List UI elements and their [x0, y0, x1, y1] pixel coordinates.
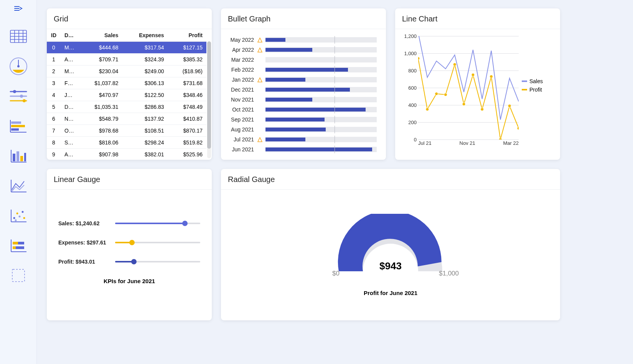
warning-icon	[257, 137, 262, 142]
bullet-row: Jul 2021	[228, 136, 377, 143]
nav-grid[interactable]	[8, 26, 29, 47]
nav-vbar[interactable]	[8, 145, 29, 167]
svg-point-55	[462, 103, 465, 106]
table-row[interactable]: 5D…$1,035.31$286.83$748.49	[47, 101, 206, 113]
linear-gauge-label: Sales: $1,240.62	[58, 220, 108, 226]
linear-gauge-label: Profit: $943.01	[58, 259, 108, 265]
nav-gauge[interactable]	[8, 56, 29, 77]
grid-scrollbar-thumb[interactable]	[207, 41, 211, 149]
table-row[interactable]: 7O…$978.68$108.51$870.17	[47, 125, 206, 137]
bullet-label: Jun 2021	[228, 146, 254, 152]
svg-point-17	[23, 99, 26, 102]
card-bullet-title: Bullet Graph	[221, 8, 386, 29]
nav-scatter[interactable]	[8, 205, 29, 226]
sidebar	[0, 0, 37, 364]
bullet-label: Oct 2021	[228, 107, 254, 113]
svg-marker-49	[258, 138, 262, 142]
svg-point-50	[418, 57, 420, 60]
svg-point-35	[18, 216, 20, 218]
table-row[interactable]: 2M…$230.04$249.00($18.96)	[47, 66, 206, 77]
col-date[interactable]: D…	[61, 29, 78, 42]
svg-rect-27	[20, 156, 23, 161]
linear-gauge-track[interactable]	[115, 223, 200, 224]
bullet-row: Feb 2022	[228, 67, 377, 73]
bullet-row: Apr 2022	[228, 47, 377, 53]
card-grid-title: Grid	[47, 8, 212, 29]
svg-rect-41	[13, 242, 18, 244]
svg-point-34	[16, 213, 18, 215]
table-row[interactable]: 3F…$1,037.82$306.13$731.68	[47, 77, 206, 89]
linear-gauge-row: Sales: $1,240.62	[58, 220, 200, 226]
table-row[interactable]: 4Ja…$470.97$122.50$348.46	[47, 89, 206, 101]
nav-sliders[interactable]	[8, 85, 29, 107]
svg-point-53	[444, 93, 447, 96]
bullet-label: Mar 2022	[228, 57, 254, 63]
linear-gauge-caption: KPIs for June 2021	[58, 278, 200, 284]
svg-rect-20	[11, 121, 21, 124]
card-line: Line Chart 02004006008001,0001,200 Jul 2…	[395, 8, 560, 160]
bullet-row: Dec 2021	[228, 87, 377, 93]
card-bullet: Bullet Graph May 2022 Apr 2022 Mar 2022 …	[221, 8, 386, 160]
svg-point-33	[13, 217, 15, 219]
svg-rect-42	[18, 242, 24, 244]
bullet-label: May 2022	[228, 37, 254, 43]
bullet-track	[265, 97, 377, 102]
svg-point-57	[481, 108, 484, 111]
bullet-label: Dec 2021	[228, 87, 254, 93]
col-profit[interactable]: Profit	[168, 29, 207, 42]
bullet-label: Jan 2022	[228, 77, 254, 83]
bullet-row: Jan 2022	[228, 77, 377, 83]
svg-rect-28	[24, 153, 26, 161]
table-row[interactable]: 0M…$444.68$317.54$127.15	[47, 42, 206, 54]
table-row[interactable]: 1A…$709.71$324.39$385.32	[47, 54, 206, 66]
linear-gauge-track[interactable]	[115, 242, 200, 243]
col-id[interactable]: ID	[47, 29, 61, 42]
warning-icon	[257, 77, 262, 82]
radial-value: $943	[333, 260, 448, 272]
svg-rect-25	[13, 154, 15, 161]
table-row[interactable]: 8S…$818.06$298.24$519.82	[47, 137, 206, 149]
col-expenses[interactable]: Expenses	[122, 29, 168, 42]
bullet-track	[265, 127, 377, 132]
svg-marker-47	[258, 48, 262, 52]
bullet-label: Jul 2021	[228, 136, 254, 143]
data-grid[interactable]: ID D… Sales Expenses Profit 0M…$444.68$3…	[47, 29, 206, 160]
nav-line[interactable]	[8, 175, 29, 197]
card-radial-gauge: Radial Gauge $0 $1,000 $943 Profit for J…	[221, 169, 560, 320]
card-linear-title: Linear Gauge	[47, 169, 212, 190]
linear-gauge-row: Expenses: $297.61	[58, 239, 200, 246]
collapse-icon[interactable]	[14, 5, 23, 13]
table-row[interactable]: 6N…$548.79$137.92$410.87	[47, 113, 206, 125]
nav-stacked[interactable]	[8, 235, 29, 256]
card-radial-title: Radial Gauge	[221, 169, 560, 190]
svg-rect-43	[13, 246, 16, 249]
svg-marker-46	[258, 38, 262, 42]
nav-placeholder[interactable]	[8, 265, 29, 286]
svg-rect-21	[11, 125, 25, 127]
radial-caption: Profit for June 2021	[364, 290, 417, 296]
svg-point-60	[508, 104, 511, 107]
card-grid: Grid ID D… Sales Expenses Profit 0M…$444…	[47, 8, 212, 160]
bullet-track	[265, 87, 377, 92]
bullet-track	[265, 57, 377, 62]
grid-scrollbar-track[interactable]	[207, 41, 211, 158]
linear-gauge-track[interactable]	[115, 261, 200, 262]
svg-rect-22	[11, 128, 19, 131]
svg-point-37	[23, 217, 25, 219]
line-chart-legend: Sales Profit	[522, 78, 543, 155]
bullet-label: Sep 2021	[228, 116, 254, 123]
bullet-track	[265, 67, 377, 72]
svg-point-11	[17, 65, 20, 67]
bullet-track	[265, 137, 377, 142]
bullet-row: Mar 2022	[228, 57, 377, 63]
bullet-track	[265, 107, 377, 112]
bullet-label: Apr 2022	[228, 47, 254, 53]
col-sales[interactable]: Sales	[78, 29, 122, 42]
svg-point-15	[20, 95, 23, 98]
nav-hbar[interactable]	[8, 115, 29, 137]
table-row[interactable]: 9A…$907.98$382.01$525.96	[47, 149, 206, 160]
bullet-label: Nov 2021	[228, 97, 254, 103]
line-chart-plot: 02004006008001,0001,200 Jul 21Nov 21Mar …	[400, 36, 519, 151]
bullet-track	[265, 117, 377, 122]
bullet-row: Sep 2021	[228, 116, 377, 123]
